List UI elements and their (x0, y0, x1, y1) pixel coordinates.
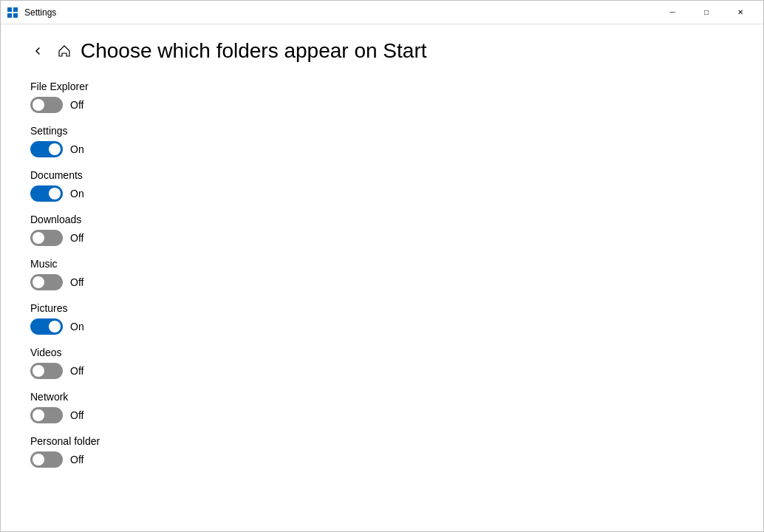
folder-item-downloads: DownloadsOff (30, 214, 734, 246)
maximize-button[interactable]: □ (689, 1, 723, 24)
svg-rect-3 (13, 13, 18, 18)
toggle-state-music: Off (70, 276, 83, 288)
folder-label-videos: Videos (30, 347, 734, 358)
folder-label-documents: Documents (30, 169, 734, 181)
svg-rect-0 (7, 7, 12, 12)
toggle-state-documents: On (70, 188, 84, 200)
toggle-pictures[interactable] (30, 318, 63, 335)
title-bar-text: Settings (24, 7, 655, 18)
svg-rect-2 (7, 13, 12, 18)
toggle-state-downloads: Off (70, 232, 83, 244)
app-icon (7, 7, 18, 18)
toggle-state-file-explorer: Off (70, 99, 83, 111)
toggle-row-music: Off (30, 274, 734, 290)
title-bar-controls: ─ □ ✕ (655, 1, 757, 24)
title-bar: Settings ─ □ ✕ (1, 1, 763, 24)
toggle-knob-personal-folder (33, 454, 44, 466)
toggle-state-pictures: On (70, 321, 84, 332)
toggle-file-explorer[interactable] (30, 97, 63, 113)
folder-label-pictures: Pictures (30, 302, 734, 314)
toggle-knob-network (33, 409, 44, 421)
toggle-row-videos: Off (30, 363, 734, 379)
toggle-row-network: Off (30, 407, 734, 423)
folder-label-music: Music (30, 258, 734, 270)
toggle-knob-pictures (49, 321, 61, 332)
toggle-downloads[interactable] (30, 230, 63, 246)
settings-window: Settings ─ □ ✕ Choose which f (0, 0, 764, 532)
folder-item-pictures: PicturesOn (30, 302, 734, 335)
close-button[interactable]: ✕ (723, 1, 757, 24)
folder-item-personal-folder: Personal folderOff (30, 435, 734, 468)
toggle-knob-downloads (33, 232, 44, 244)
toggle-settings[interactable] (30, 141, 63, 157)
toggle-row-downloads: Off (30, 230, 734, 246)
folder-label-network: Network (30, 391, 734, 403)
toggle-knob-videos (33, 365, 44, 377)
folder-item-documents: DocumentsOn (30, 169, 734, 202)
folder-label-downloads: Downloads (30, 214, 734, 225)
folder-label-personal-folder: Personal folder (30, 435, 734, 447)
home-icon (57, 44, 72, 58)
toggle-personal-folder[interactable] (30, 451, 63, 468)
svg-rect-1 (13, 7, 18, 12)
folders-list: File ExplorerOffSettingsOnDocumentsOnDow… (30, 81, 734, 468)
toggle-state-network: Off (70, 409, 83, 421)
toggle-documents[interactable] (30, 185, 63, 202)
toggle-videos[interactable] (30, 363, 63, 379)
toggle-knob-music (33, 276, 44, 288)
folder-item-file-explorer: File ExplorerOff (30, 81, 734, 113)
folder-label-settings: Settings (30, 125, 734, 137)
toggle-row-settings: On (30, 141, 734, 157)
back-button[interactable] (30, 44, 45, 58)
toggle-row-pictures: On (30, 318, 734, 335)
toggle-state-videos: Off (70, 365, 83, 377)
page-title: Choose which folders appear on Start (81, 39, 427, 63)
toggle-knob-settings (49, 143, 61, 155)
folder-item-network: NetworkOff (30, 391, 734, 423)
minimize-button[interactable]: ─ (655, 1, 689, 24)
folder-item-settings: SettingsOn (30, 125, 734, 157)
toggle-knob-documents (49, 188, 61, 200)
toggle-row-personal-folder: Off (30, 451, 734, 468)
toggle-music[interactable] (30, 274, 63, 290)
folder-item-music: MusicOff (30, 258, 734, 290)
toggle-knob-file-explorer (33, 99, 44, 111)
folder-item-videos: VideosOff (30, 347, 734, 379)
main-content: Choose which folders appear on Start Fil… (1, 24, 763, 531)
toggle-state-personal-folder: Off (70, 454, 83, 466)
toggle-state-settings: On (70, 143, 84, 155)
toggle-network[interactable] (30, 407, 63, 423)
toggle-row-documents: On (30, 185, 734, 202)
content-area: Choose which folders appear on Start Fil… (1, 24, 763, 531)
folder-label-file-explorer: File Explorer (30, 81, 734, 92)
page-header: Choose which folders appear on Start (30, 39, 734, 63)
toggle-row-file-explorer: Off (30, 97, 734, 113)
